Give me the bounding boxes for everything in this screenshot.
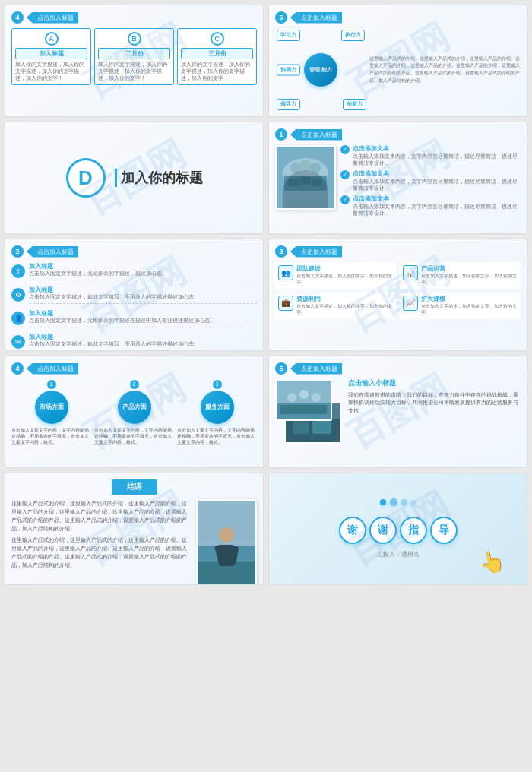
slide-2: 百图网 5 点击加入标题 管理 能力 学习力 执行力 领导力 创新力 协调力 这… [268, 5, 527, 117]
team-title-1: 团队建设 [296, 265, 393, 273]
thanks-dot-4 [411, 500, 416, 505]
share-title-3: 加入标题 [29, 309, 257, 318]
thanks-dot-1 [380, 499, 386, 505]
share-text-1: 点击加入固定文字描述，无论多余的字描述，描述加心态。 [29, 271, 257, 277]
conclusion-title: 结语 [112, 479, 157, 495]
team-title-2: 产品运营 [421, 265, 518, 273]
slide-1: 百图网 4 点击加入标题 A 加入标题 加入你的文字描述，加入你的文字描述，加入… [5, 5, 264, 117]
svg-point-4 [310, 163, 321, 173]
circle-text-2: 点击加入文案文字内容，文字内容能描述精确，不用多余的字填充，点击加入文案文字内容… [94, 427, 174, 446]
bullet-content-1: 点击添加文本 点击输入添加文本内容，文字内容言尽量简洁，描述尽量简洁，描述尽量简… [353, 145, 521, 166]
bullet-title-1: 点击添加文本 [353, 145, 521, 153]
radial-center: 管理 能力 [304, 53, 337, 87]
share-title-2: 加入标题 [29, 286, 257, 294]
share-content-2: 加入标题 点击加入固定文字描述，如此文字填写，不用录入的字描述描述加心态。 [29, 286, 257, 304]
svg-point-3 [300, 160, 311, 171]
slide-7-title: 点击加入标题 [27, 363, 78, 375]
slide-4-title: 点击加入标题 [290, 129, 342, 141]
bullet-3: 点击添加文本 点击输入添加文本内容，文字内容言尽量简洁，描述尽量简洁，描述尽量简… [340, 195, 521, 217]
slide-5-title: 点击加入标题 [27, 246, 78, 258]
slide-4-num: 1 [275, 128, 287, 141]
team-icon-4: 📈 [403, 296, 418, 311]
bullet-dot-1 [340, 145, 350, 154]
bullet-text-1: 点击输入添加文本内容，文字内容言尽量简洁，描述尽量简洁，描述尽量简洁专设计... [353, 153, 521, 166]
radial-item-3: 领导力 [277, 99, 300, 110]
svg-point-2 [290, 163, 301, 173]
circle-col-2: 2 产品方面 点击加入文案文字内容，文字内容能描述精确，不用多余的字填充，点击加… [94, 379, 174, 446]
bullet-1: 点击添加文本 点击输入添加文本内容，文字内容言尽量简洁，描述尽量简洁，描述尽量简… [340, 145, 521, 166]
radial-item-2: 执行力 [341, 30, 365, 41]
team-title-4: 扩大规模 [421, 296, 518, 303]
thanks-char-4: 导 [430, 517, 458, 544]
svg-point-13 [312, 393, 321, 402]
slide-7-num: 4 [11, 362, 24, 375]
slide-6: 百图网 3 点击加入标题 👥 团队建设 点击加入文字描述，加入你的文字，加入你的… [268, 239, 527, 351]
team-box-3: 💼 资源利用 点击加入文字描述，加入你的文字，加入你的文字。 [275, 293, 396, 319]
letter-b: B [128, 32, 141, 46]
col-text-c: 加入你的文字描述，加入你的文字描述，加入你的文字描述，加入你的文字！ [181, 61, 253, 81]
svg-point-22 [219, 527, 234, 543]
svg-rect-6 [288, 179, 299, 186]
letter-c: C [211, 32, 224, 46]
team-title-3: 资源利用 [296, 296, 393, 303]
slide-7: 百图网 4 点击加入标题 1 市场方面 点击加入文案文字内容，文字内容能描述精确… [5, 356, 264, 468]
share-text-2: 点击加入固定文字描述，如此文字填写，不用录入的字描述描述加心态。 [29, 294, 257, 301]
circle-col-3: 3 服务方面 点击加入文案文字内容，文字内容能描述精确，不用多余的字填充，点击加… [177, 379, 257, 446]
d-slide-content: D 加入你的标题 [11, 128, 257, 227]
thanks-content: 谢 谢 指 导 汇报人：通用名 👆 [275, 479, 521, 578]
share-item-1: ⇧ 加入标题 点击加入固定文字描述，无论多余的字描述，描述加心态。 [11, 262, 257, 280]
team-box-2: 📊 产品运营 点击加入文字描述，加入你的文字，加入你的文字。 [400, 262, 521, 289]
col-text-a: 加入你的文字描述，加入你的文字描述，加入你的文字描述，加入你的文字！ [15, 61, 87, 81]
share-list: ⇧ 加入标题 点击加入固定文字描述，无论多余的字描述，描述加心态。 ⚙ 加入标题… [11, 262, 257, 351]
radial-item-4: 创新力 [343, 99, 366, 110]
bullet-text-3: 点击输入添加文本内容，文字内容言尽量简洁，描述尽量简洁，描述尽量简洁专设计... [353, 203, 521, 217]
circle-text-1: 点击加入文案文字内容，文字内容能描述精确，不用多余的字填充，点击加入文案文字内容… [11, 427, 91, 446]
radial-diagram: 管理 能力 学习力 执行力 领导力 创新力 协调力 [275, 28, 366, 112]
slide-10: 百图网 谢 谢 指 导 汇报人：通用名 👆 [268, 473, 527, 585]
conclusion-text-2: 这里输入产品式的介绍，这里输入产品式的介绍，这里输入产品的介绍。这里输入产品的介… [11, 536, 190, 569]
slide-2-header: 5 点击加入标题 [275, 11, 521, 24]
bullet-title-3: 点击添加文本 [353, 195, 521, 203]
slide-1-cols: A 加入标题 加入你的文字描述，加入你的文字描述，加入你的文字描述，加入你的文字… [11, 28, 257, 85]
share-item-2: ⚙ 加入标题 点击加入固定文字描述，如此文字填写，不用录入的字描述描述加心态。 [11, 286, 257, 304]
team-content-2: 产品运营 点击加入文字描述，加入你的文字，加入你的文字。 [421, 265, 518, 286]
hand-icon: 👆 [477, 547, 507, 577]
circle-label-1: 市场方面 [35, 391, 68, 424]
radial-item-5: 协调力 [277, 65, 300, 76]
share-text-3: 点击加入固定文字描述，无用多余的字描述在描述中加入专业描述描述加心态。 [29, 318, 257, 324]
slide-6-num: 3 [275, 245, 287, 258]
slide-9: 百图网 结语 这里输入产品式的介绍，这里输入产品式的介绍，这里输入产品的介绍。这… [5, 473, 264, 585]
slide-4: 百图网 1 点击加入标题 [268, 122, 527, 234]
conclusion-text-1: 这里输入产品式的介绍，这里输入产品式的介绍，这里输入产品的介绍。这里输入产品的介… [11, 499, 190, 533]
slide-2-title: 点击加入标题 [290, 12, 342, 24]
bullet-text-2: 点击输入添加文本内容，文字内容言尽量简洁，描述尽量简洁，描述尽量简洁专设计... [353, 178, 521, 191]
share-content-3: 加入标题 点击加入固定文字描述，无用多余的字描述在描述中加入专业描述描述加心态。 [29, 309, 257, 327]
share-icon-3: 👤 [11, 312, 25, 325]
circle-num-3: 3 [213, 380, 222, 389]
circle-text-3: 点击加入文案文字内容，文字内容能描述精确，不用多余的字填充，点击加入文案文字内容… [177, 427, 257, 446]
thanks-char-3: 指 [400, 517, 427, 544]
slide-1-title: 点击加入标题 [27, 12, 78, 24]
team-text-4: 点击加入文字描述，加入你的文字，加入你的文字。 [421, 303, 518, 316]
conclusion-content: 这里输入产品式的介绍，这里输入产品式的介绍，这里输入产品的介绍。这里输入产品的介… [11, 499, 257, 585]
d-letter: D [66, 158, 106, 198]
slide-8-num: 5 [275, 362, 287, 375]
thanks-circles [380, 499, 416, 506]
slide-7-header: 4 点击加入标题 [11, 362, 257, 375]
slide-1-num: 4 [11, 11, 24, 24]
svg-rect-5 [284, 176, 327, 191]
svg-rect-14 [280, 405, 327, 414]
photo-text-content: 点击输入小标题 我们在高速前进的道路上我们的目标，在努力奋斗中存在的挑战挑战，要… [275, 379, 521, 444]
team-icon-3: 💼 [278, 296, 293, 311]
col-card-b: B 二月份 加入你的文字描述，加入你的文字描述，加入你的文字描述，加入你的文字！ [94, 28, 174, 85]
team-box-4: 📈 扩大规模 点击加入文字描述，加入你的文字，加入你的文字。 [400, 293, 521, 319]
col-card-c: C 三月份 加入你的文字描述，加入你的文字描述，加入你的文字描述，加入你的文字！ [177, 28, 257, 85]
slide-6-header: 3 点击加入标题 [275, 245, 521, 258]
slide-2-num: 5 [275, 11, 287, 24]
team-grid: 👥 团队建设 点击加入文字描述，加入你的文字，加入你的文字。 📊 产品运营 点击… [275, 262, 521, 319]
share-item-3: 👤 加入标题 点击加入固定文字描述，无用多余的字描述在描述中加入专业描述描述加心… [11, 309, 257, 327]
share-content-4: 加入标题 点击加入固定文字描述，如此文字填写，不用录入的字描述描述加心态。 [29, 333, 257, 351]
circle-num-2: 2 [130, 380, 139, 389]
text-subtitle: 点击输入小标题 [348, 379, 521, 388]
slide-5: 百图网 2 点击加入标题 ⇧ 加入标题 点击加入固定文字描述，无论多余的字描述，… [5, 239, 264, 351]
